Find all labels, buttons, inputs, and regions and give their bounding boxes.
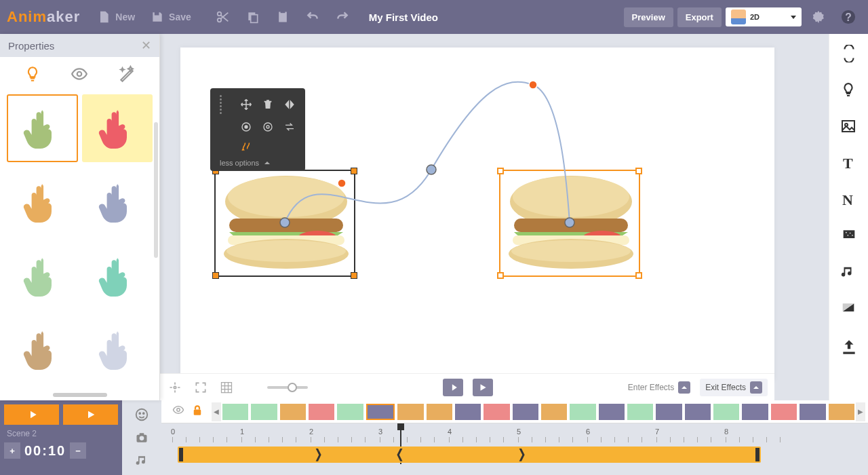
hand-option[interactable] [7, 94, 78, 162]
scene-thumbnail[interactable] [280, 404, 306, 420]
scene-thumbnail[interactable] [484, 404, 509, 420]
save-button[interactable]: Save [144, 5, 197, 28]
background-icon[interactable] [840, 301, 858, 319]
resize-handle[interactable] [635, 272, 642, 279]
hand-option[interactable] [82, 168, 153, 236]
scene-thumbnail[interactable] [656, 404, 682, 420]
scene-thumbnail[interactable] [627, 404, 653, 420]
enter-effects-button[interactable]: Enter Effects [628, 381, 690, 394]
scene-thumbnail[interactable] [251, 404, 277, 420]
timeline-clip[interactable]: ❭ ❬ ❭ [178, 446, 761, 463]
scene-thumbnail[interactable] [455, 404, 481, 420]
delete-icon[interactable] [262, 98, 274, 111]
scene-thumbnail[interactable] [222, 404, 248, 420]
face-track-icon[interactable] [133, 406, 151, 423]
music-icon[interactable] [840, 265, 858, 282]
hand-option[interactable] [82, 316, 153, 383]
timeline-ruler[interactable]: 012345678 [161, 423, 868, 444]
settings-button[interactable] [806, 5, 831, 28]
resize-handle[interactable] [635, 168, 642, 174]
audio-track-icon[interactable] [133, 452, 151, 470]
path-control[interactable] [529, 81, 537, 89]
paste-button[interactable] [270, 5, 296, 28]
close-icon[interactable]: ✕ [141, 38, 151, 53]
record-icon[interactable] [240, 121, 252, 133]
scene-thumbnail[interactable] [713, 404, 739, 420]
resize-handle[interactable] [351, 272, 357, 279]
lock-icon[interactable] [191, 404, 203, 419]
preview-button[interactable]: Preview [624, 7, 673, 27]
export-button[interactable]: Export [677, 7, 722, 27]
help-button[interactable]: ? [835, 5, 861, 28]
resize-handle[interactable] [212, 272, 219, 279]
play-button[interactable] [473, 379, 493, 396]
path-anchor[interactable] [427, 165, 436, 174]
tab-effects[interactable] [117, 65, 136, 85]
hand-option[interactable] [7, 242, 78, 310]
clip-marker[interactable]: ❭ [313, 446, 319, 463]
scene-thumbnail[interactable] [685, 404, 711, 420]
new-button[interactable]: New [91, 5, 140, 28]
visibility-toggle-icon[interactable] [171, 404, 186, 419]
scene-thumbnail[interactable] [570, 404, 595, 420]
scene-thumbnail[interactable] [337, 404, 363, 420]
cut-button[interactable] [210, 5, 236, 28]
hand-option[interactable] [82, 242, 153, 310]
timeline-play[interactable] [63, 404, 118, 425]
path-anchor[interactable] [565, 218, 574, 227]
center-icon[interactable] [167, 379, 183, 396]
copy-button[interactable] [240, 5, 266, 28]
motion-path-icon[interactable] [240, 140, 252, 152]
scene-thumbnail[interactable] [427, 404, 452, 420]
text-icon[interactable]: T [840, 155, 858, 172]
clip-trim-left[interactable] [179, 448, 183, 461]
scene-thumbnail[interactable] [366, 404, 395, 420]
tab-visibility[interactable] [69, 65, 90, 85]
timeline-play-from-start[interactable] [4, 404, 59, 425]
character-icon[interactable] [840, 45, 858, 62]
mode-select[interactable]: 2D [726, 7, 802, 26]
playhead[interactable] [397, 423, 404, 444]
resize-handle[interactable] [497, 168, 504, 174]
scene-next-button[interactable]: ▶ [856, 402, 865, 421]
scene-thumbnail[interactable] [829, 404, 854, 420]
upload-icon[interactable] [840, 338, 858, 356]
scene-thumbnail[interactable] [513, 404, 538, 420]
scene-thumbnail[interactable] [541, 404, 567, 420]
props-icon[interactable] [840, 81, 858, 99]
clip-marker[interactable]: ❭ [517, 446, 522, 463]
scene-thumbnail[interactable] [397, 404, 423, 420]
add-time-button[interactable]: + [4, 442, 20, 459]
resize-handle[interactable] [351, 168, 357, 174]
undo-button[interactable] [300, 5, 326, 28]
scene-thumbnail[interactable] [800, 404, 825, 420]
hand-option[interactable] [7, 316, 78, 383]
scene-thumbnail[interactable] [599, 404, 625, 420]
exit-effects-button[interactable]: Exit Effects [700, 379, 768, 396]
hand-option[interactable] [7, 168, 78, 236]
resize-handle[interactable] [497, 272, 504, 279]
less-options-toggle[interactable]: less options [216, 156, 300, 167]
project-title-input[interactable] [366, 9, 488, 26]
drag-handle-icon[interactable] [220, 95, 229, 114]
camera-track-icon[interactable] [133, 429, 151, 446]
clip-marker[interactable]: ❬ [395, 446, 400, 463]
canvas[interactable]: less options [180, 48, 774, 380]
remove-time-button[interactable]: − [70, 442, 86, 459]
clip-trim-right[interactable] [755, 448, 760, 461]
properties-scrollbar[interactable] [154, 122, 158, 258]
zoom-slider[interactable] [267, 386, 308, 389]
fullscreen-icon[interactable] [193, 379, 209, 396]
scene-thumbnail[interactable] [771, 404, 797, 420]
grid-icon[interactable] [218, 379, 235, 396]
redo-button[interactable] [330, 5, 355, 28]
scene-prev-button[interactable]: ◀ [212, 402, 221, 421]
effects-icon[interactable] [840, 228, 858, 246]
settings-small-icon[interactable] [262, 121, 274, 133]
timeline-track[interactable]: ❭ ❬ ❭ [164, 446, 865, 463]
path-control[interactable] [338, 179, 346, 187]
properties-resize-handle[interactable] [0, 390, 159, 400]
move-icon[interactable] [240, 98, 252, 111]
scene-thumbnail[interactable] [742, 404, 768, 420]
path-anchor[interactable] [280, 218, 290, 227]
